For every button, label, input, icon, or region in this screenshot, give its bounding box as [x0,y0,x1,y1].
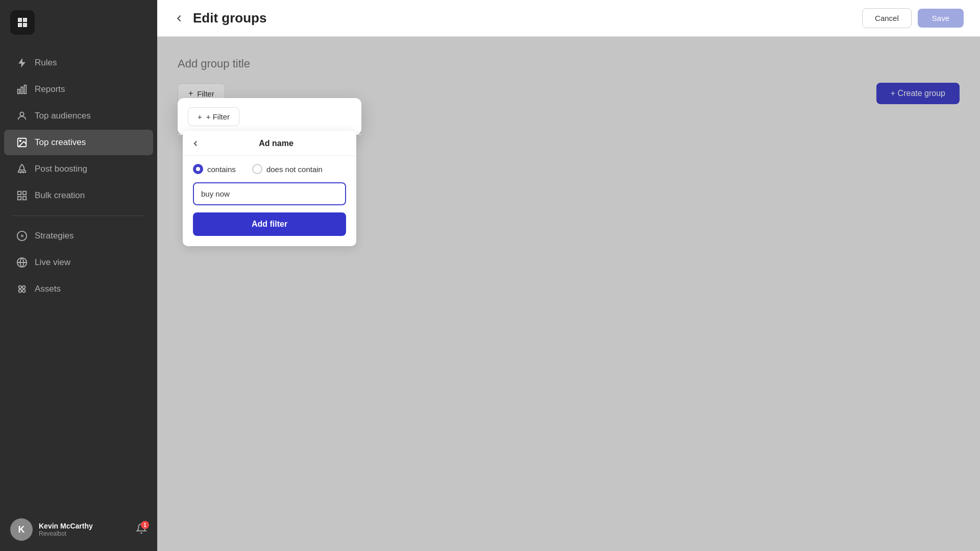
dropdown-panel: + + Filter Ad name contains [178,98,361,135]
ad-name-header: Ad name [183,131,356,156]
apps-icon [16,283,28,295]
sidebar-item-rules[interactable]: Rules [4,50,153,76]
does-not-contain-label: does not contain [266,165,323,174]
sidebar-item-label: Live view [35,257,70,268]
ad-name-title: Ad name [206,139,346,148]
filter-label: + Filter [206,112,230,121]
sidebar-nav: Rules Reports Top audiences Top creative… [0,49,157,508]
bolt-icon [16,57,28,68]
lightning-icon [16,230,28,242]
sidebar-item-post-boosting[interactable]: Post boosting [4,156,153,182]
svg-rect-2 [24,85,27,94]
chevron-left-icon [191,139,200,148]
does-not-contain-option[interactable]: does not contain [252,164,323,174]
sidebar-divider [12,215,145,216]
save-button[interactable]: Save [918,9,964,28]
contains-option[interactable]: contains [193,164,236,174]
sidebar-item-label: Top audiences [35,111,91,121]
contains-radio[interactable] [193,164,203,174]
grid-icon [16,190,28,201]
chevron-left-icon [174,13,185,24]
sidebar-item-label: Reports [35,84,65,94]
topbar: Edit groups Cancel Save [157,0,980,37]
globe-icon [16,257,28,268]
does-not-contain-radio[interactable] [252,164,262,174]
dropdown-filter-button[interactable]: + + Filter [188,107,239,126]
sidebar-item-reports[interactable]: Reports [4,77,153,102]
svg-rect-0 [18,89,20,93]
sidebar-item-label: Strategies [35,231,74,241]
user-name: Kevin McCarthy [39,522,130,530]
svg-point-3 [20,112,23,116]
topbar-right: Cancel Save [862,8,964,28]
sidebar-item-strategies[interactable]: Strategies [4,223,153,249]
svg-rect-1 [21,87,23,93]
plus-icon: + [198,112,202,121]
content-area: + Filter + Create group No + + Filter [157,37,980,551]
sidebar-item-label: Top creatives [35,137,86,148]
sidebar-logo [10,10,35,35]
contains-label: contains [207,165,236,174]
sidebar-item-label: Post boosting [35,164,87,174]
sidebar-item-label: Assets [35,284,61,294]
radio-row: contains does not contain [183,156,356,180]
svg-rect-6 [18,191,21,195]
ad-name-back-button[interactable] [191,139,200,148]
bar-chart-icon [16,84,28,95]
svg-point-15 [22,290,25,293]
filter-text-input[interactable] [193,182,346,205]
user-info: Kevin McCarthy Revealbot [39,522,130,537]
sidebar-item-top-creatives[interactable]: Top creatives [4,130,153,155]
ad-name-panel: Ad name contains does not contain Add fi… [183,131,356,246]
person-icon [16,110,28,122]
image-icon [16,137,28,148]
sidebar-item-label: Bulk creation [35,190,85,201]
topbar-left: Edit groups [174,10,266,26]
sidebar: Rules Reports Top audiences Top creative… [0,0,157,551]
main-area: Edit groups Cancel Save + Filter + Creat… [157,0,980,551]
sidebar-item-label: Rules [35,58,57,68]
svg-rect-7 [23,191,26,195]
sidebar-footer: K Kevin McCarthy Revealbot 1 [0,508,157,551]
page-title: Edit groups [193,10,266,26]
svg-point-5 [19,140,21,141]
sidebar-item-bulk-creation[interactable]: Bulk creation [4,183,153,208]
avatar: K [10,518,33,541]
svg-point-14 [19,290,22,293]
bell-badge: 1 [141,521,149,529]
rocket-icon [16,163,28,175]
back-button[interactable] [174,13,185,24]
svg-rect-8 [18,197,21,200]
sidebar-item-top-audiences[interactable]: Top audiences [4,103,153,129]
cancel-button[interactable]: Cancel [862,8,912,28]
user-company: Revealbot [39,530,130,537]
svg-point-12 [19,286,22,289]
svg-point-13 [22,286,25,289]
sidebar-item-assets[interactable]: Assets [4,276,153,302]
sidebar-item-live-view[interactable]: Live view [4,250,153,275]
add-filter-button[interactable]: Add filter [193,212,346,236]
bell-button[interactable]: 1 [136,523,147,536]
dropdown-header: + + Filter [178,98,361,135]
svg-rect-9 [23,197,26,200]
